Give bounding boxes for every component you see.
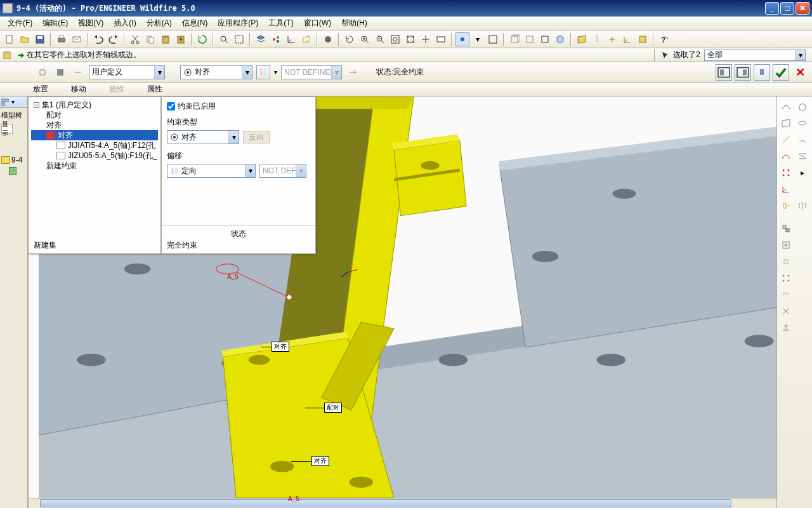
minimize-button[interactable]: _ <box>765 2 779 15</box>
datum-csys-icon[interactable] <box>620 32 634 46</box>
dropdown-arrow-icon[interactable]: ▾ <box>296 164 306 177</box>
help-icon[interactable]: ? <box>657 32 671 46</box>
tree-set-root[interactable]: − 集1 (用户定义) <box>31 100 158 110</box>
dropdown-arrow-icon[interactable]: ▾ <box>228 131 239 144</box>
plane-icon[interactable] <box>299 32 313 46</box>
feature-blend-icon[interactable] <box>795 149 810 164</box>
tree-new-constraint[interactable]: 新建约束 <box>31 161 158 171</box>
saved-view-icon[interactable] <box>434 32 448 46</box>
menu-help[interactable]: 帮助(H) <box>336 17 372 30</box>
feature-revolve-icon[interactable] <box>795 116 810 131</box>
set-combo[interactable]: 用户定义 ▾ <box>89 65 165 79</box>
shade-icon[interactable] <box>321 32 335 46</box>
shaded-icon[interactable] <box>553 32 567 46</box>
dropdown-arrow-icon[interactable]: ▾ <box>242 66 252 79</box>
type-combo[interactable]: 对齐 ▾ <box>180 65 252 79</box>
dropdown-arrow-icon[interactable]: ▾ <box>154 66 164 79</box>
cancel-button[interactable]: ✕ <box>792 64 808 81</box>
tree-align-2-selected[interactable]: 对齐 <box>31 130 158 140</box>
preview-btn-2[interactable] <box>735 64 751 81</box>
dropdown-arrow-icon[interactable]: ▾ <box>245 164 255 177</box>
menu-app[interactable]: 应用程序(P) <box>213 17 263 30</box>
tree-display-btn[interactable]: 显示 <box>1 124 13 134</box>
undo-icon[interactable] <box>91 32 105 46</box>
datum-plane-icon[interactable] <box>575 32 589 46</box>
sketch-axis-icon[interactable] <box>778 132 794 147</box>
open-icon[interactable] <box>18 32 32 46</box>
redo-icon[interactable] <box>107 32 121 46</box>
copy-icon[interactable] <box>143 32 157 46</box>
mail-icon[interactable] <box>70 32 84 46</box>
assemble-icon[interactable] <box>778 221 794 236</box>
maximize-button[interactable]: □ <box>780 2 794 15</box>
sketch-point-icon[interactable] <box>778 165 794 180</box>
hidden-icon[interactable] <box>523 32 537 46</box>
datum-toggle-icon[interactable] <box>636 32 650 46</box>
offset-type-btn[interactable] <box>256 65 270 79</box>
cut-icon[interactable] <box>128 32 142 46</box>
style-icon[interactable] <box>778 304 794 319</box>
sketch-plane-icon[interactable] <box>778 116 794 131</box>
menu-insert[interactable]: 插入(I) <box>108 17 141 30</box>
csys-icon[interactable] <box>284 32 298 46</box>
dropdown-arrow-icon[interactable]: ▾ <box>331 66 341 79</box>
spin-icon[interactable] <box>343 32 357 46</box>
sketch-csys-icon[interactable] <box>778 182 794 197</box>
menu-analysis[interactable]: 分析(A) <box>141 17 177 30</box>
tab-props[interactable]: 属性 <box>142 83 167 96</box>
refit-icon[interactable] <box>403 32 417 46</box>
feature-sweep-icon[interactable] <box>795 132 810 147</box>
constraint-icon-1[interactable] <box>36 65 49 79</box>
zoom-fit-icon[interactable] <box>388 32 402 46</box>
sketch-curve-icon[interactable] <box>778 149 794 164</box>
constraint-icon-3[interactable] <box>71 65 85 79</box>
mirror-icon[interactable] <box>795 198 810 213</box>
collapse-icon[interactable]: − <box>34 102 39 108</box>
menu-info[interactable]: 信息(N) <box>177 17 213 30</box>
panel-offset-combo[interactable]: 定向 ▾ <box>167 164 256 178</box>
tab-move[interactable]: 移动 <box>66 83 91 96</box>
flip-icon[interactable] <box>346 65 360 79</box>
preview-btn-1[interactable] <box>716 64 732 81</box>
zoom-in-icon[interactable] <box>358 32 372 46</box>
feature-extrude-icon[interactable] <box>795 99 810 114</box>
panel-type-combo[interactable]: 对齐 ▾ <box>167 130 239 144</box>
tab-placement[interactable]: 放置 <box>28 83 53 96</box>
menu-file[interactable]: 文件(F) <box>3 17 37 30</box>
point-dd-icon[interactable]: ▸ <box>795 165 810 180</box>
offset-value-combo[interactable]: NOT DEFINED ▾ <box>281 65 342 79</box>
new-set-link[interactable]: 新建集 <box>34 240 56 251</box>
constraint-icon-2[interactable] <box>53 65 67 79</box>
display-icon[interactable] <box>269 32 283 46</box>
tree-ref-1[interactable]: JIJIATI5-4:A_5(轴):F12(孔 <box>31 140 158 150</box>
save-icon[interactable] <box>33 32 47 46</box>
wireframe-icon[interactable] <box>508 32 521 46</box>
paste-special-icon[interactable]: + <box>174 32 188 46</box>
new-icon[interactable] <box>3 32 16 46</box>
reorient-icon[interactable] <box>419 32 433 46</box>
tree-mate[interactable]: 配对 <box>31 110 158 120</box>
nohidden-icon[interactable] <box>538 32 552 46</box>
menu-view[interactable]: 视图(V) <box>73 17 108 30</box>
regen-icon[interactable] <box>195 32 209 46</box>
pattern-icon[interactable] <box>778 271 794 286</box>
close-button[interactable]: ✕ <box>796 2 809 15</box>
menu-window[interactable]: 窗口(W) <box>299 17 336 30</box>
ok-button[interactable] <box>773 64 789 81</box>
datum-point-icon[interactable] <box>605 32 619 46</box>
tree-align-1[interactable]: 对齐 <box>31 120 158 130</box>
print-icon[interactable] <box>55 32 69 46</box>
pause-button[interactable]: II <box>754 64 770 81</box>
annotate-icon[interactable] <box>455 32 469 46</box>
publish-icon[interactable] <box>778 320 794 335</box>
dropdown-arrow-icon[interactable]: ▾ <box>795 50 805 60</box>
tree-root-node[interactable]: 9-4 <box>0 154 27 166</box>
insert-mode-icon[interactable] <box>778 198 794 213</box>
constraint-enabled-checkbox[interactable] <box>167 102 175 110</box>
select-icon[interactable] <box>232 32 246 46</box>
tree-ref-2[interactable]: JIZU05-5:A_5(轴):F19(孔_ <box>31 150 158 161</box>
sketch-line-icon[interactable] <box>778 99 794 114</box>
render-icon[interactable] <box>486 32 500 46</box>
selection-filter-combo[interactable]: 全部 ▾ <box>704 50 806 61</box>
hole-icon[interactable] <box>778 254 794 269</box>
